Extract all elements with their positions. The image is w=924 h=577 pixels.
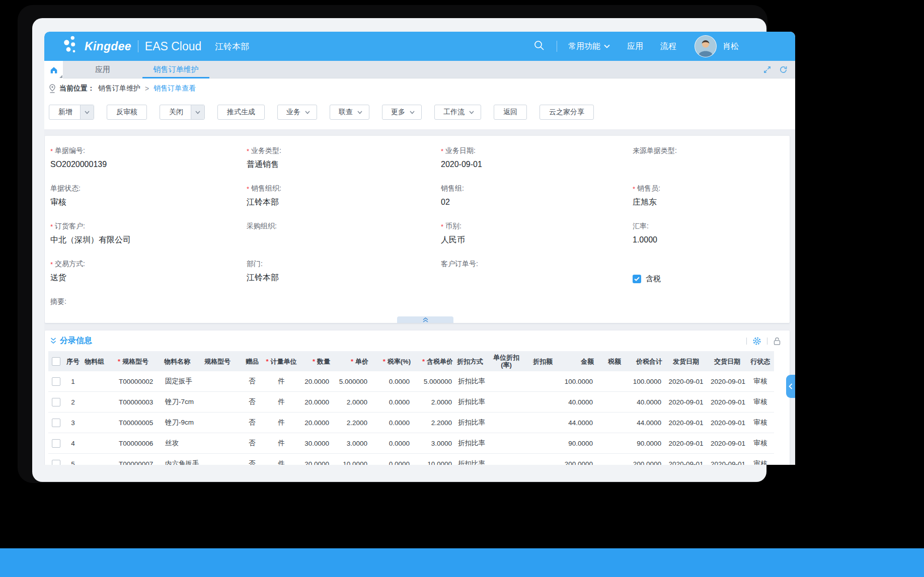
form-field: 单据状态:审核 [50,184,247,221]
col-header-delivery_date: 交货日期 [708,351,747,371]
row-checkbox[interactable] [52,460,60,465]
avatar[interactable] [695,35,717,57]
cell-amount: 100.0000 [555,371,596,392]
close-dropdown-toggle[interactable] [191,105,204,119]
cell-discount_mode: 折扣比率 [455,413,490,433]
button-label: 返回 [503,108,517,117]
button-label: 关闭 [160,108,191,117]
table-row: 1T00000002固定扳手否件20.00005.0000000.00005.0… [48,371,774,392]
field-value: 人民币 [441,234,633,246]
cell-tax [596,413,623,433]
tab-sales-order-maintenance[interactable]: 销售订单维护 [142,61,209,78]
cell-unit: 件 [263,392,300,413]
field-label: *订货客户: [50,221,247,231]
gear-icon[interactable] [752,337,761,346]
yunzhijia-share-button[interactable]: 云之家分享 [540,105,594,120]
required-marker: * [313,358,315,365]
cell-total: 90.0000 [623,433,664,454]
cell-price: 2.2000 [332,413,370,433]
col-header-label: 含税单价 [427,358,453,365]
add-button[interactable]: 新增 [49,105,94,120]
cell-amount: 40.0000 [555,392,596,413]
app-window: Kingdee EAS Cloud 江铃本部 常用功能 应用 [44,32,795,465]
expand-icon[interactable] [763,65,772,74]
cell-material_name: 锉刀-7cm [162,392,202,413]
button-label: 更多 [391,108,405,117]
form-field: 客户订单号: [441,259,633,297]
entries-table: 序号物料组*规格型号物料名称规格型号赠品*计量单位*数量*单价*税率(%)*含税… [48,351,774,465]
menu-common-functions[interactable]: 常用功能 [568,41,610,52]
tab-label: 销售订单维护 [153,65,199,74]
back-button[interactable]: 返回 [494,105,527,120]
field-label: *销售员: [633,184,790,194]
field-label: 来源单据类型: [633,146,790,156]
double-chevron-down-icon[interactable] [50,338,56,344]
cell-total: 40.0000 [623,392,664,413]
cell-model: T00000003 [116,392,162,413]
tax-included-checkbox[interactable] [633,275,641,283]
cell-row_status: 审核 [747,392,774,413]
row-checkbox[interactable] [52,377,60,386]
refresh-icon[interactable] [779,65,788,74]
close-button[interactable]: 关闭 [160,105,205,120]
page: Kingdee EAS Cloud 江铃本部 常用功能 应用 [0,0,924,577]
menu-applications[interactable]: 应用 [627,41,643,52]
add-dropdown-toggle[interactable] [80,105,94,119]
field-label: 采购组织: [247,221,441,231]
cell-gift: 否 [242,433,263,454]
col-header-label: 物料组 [85,358,104,365]
breadcrumb-parent[interactable]: 销售订单维护 [98,84,140,93]
user-name[interactable]: 肖松 [723,41,739,52]
field-label-text: 客户订单号: [441,260,478,269]
cell-unit_discount [490,413,522,433]
workflow-button[interactable]: 工作流 [434,105,481,120]
cell-tax_price: 2.0000 [413,392,455,413]
tab-home[interactable] [44,61,63,78]
tab-applications[interactable]: 应用 [63,61,142,78]
cell-discount_amt [522,454,555,465]
cell-discount_amt [522,371,555,392]
row-checkbox[interactable] [52,398,60,406]
link-query-button[interactable]: 联查 [330,105,369,120]
table-header-row: 序号物料组*规格型号物料名称规格型号赠品*计量单位*数量*单价*税率(%)*含税… [48,351,774,371]
side-panel-handle[interactable] [786,375,795,398]
cell-tax_price: 5.000000 [413,371,455,392]
row-checkbox[interactable] [52,419,60,427]
required-marker: * [422,358,425,365]
top-bar-right: 常用功能 应用 流程 肖松 [533,35,795,57]
button-label: 业务 [286,108,300,117]
chevron-down-icon [469,111,474,114]
breadcrumb: 当前位置： 销售订单维护 > 销售订单查看 [49,83,795,94]
entries-title[interactable]: 分录信息 [60,336,92,346]
row-checkbox[interactable] [52,439,60,448]
cell-gift: 否 [242,454,263,465]
business-button[interactable]: 业务 [277,105,317,120]
lock-icon[interactable] [773,337,781,346]
order-header-form: *单据编号:SO2020000139*业务类型:普通销售*业务日期:2020-0… [45,136,790,335]
cell-model: T00000005 [116,413,162,433]
collapse-form-button[interactable] [397,316,453,323]
cell-spec [202,392,242,413]
search-icon[interactable] [533,40,545,53]
cell-delivery_date: 2020-09-01 [708,371,747,392]
select-all-checkbox[interactable] [52,357,60,366]
tax-included-label: 含税 [646,274,661,284]
unaudit-button[interactable]: 反审核 [107,105,147,120]
field-value [633,158,790,171]
required-marker: * [383,358,386,365]
field-label-text: 销售员: [637,184,660,193]
col-header-label: 金额 [581,358,594,365]
breadcrumb-label: 当前位置： [59,84,95,93]
cell-seq: 5 [63,454,83,465]
required-marker: * [50,261,53,268]
push-generate-button[interactable]: 推式生成 [217,105,265,120]
field-label: *单据编号: [50,146,247,156]
col-header-label: 赠品 [246,358,259,365]
cell-tax [596,392,623,413]
menu-workflow[interactable]: 流程 [660,41,676,52]
field-value: 2020-09-01 [441,158,633,171]
field-label-text: 销售组: [441,184,464,193]
icon-divider [767,338,767,345]
more-button[interactable]: 更多 [382,105,422,120]
button-label: 新增 [49,108,80,117]
